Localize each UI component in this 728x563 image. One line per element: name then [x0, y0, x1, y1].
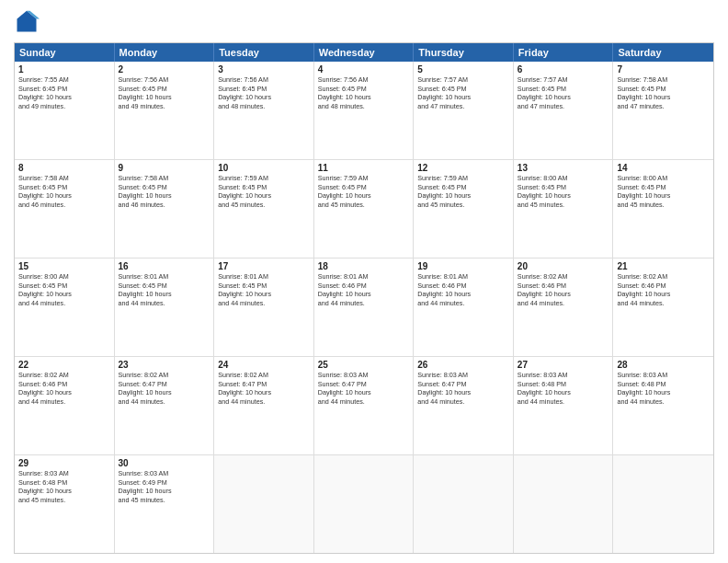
- day-number: 21: [617, 261, 710, 271]
- day-info: Sunrise: 7:56 AM Sunset: 6:45 PM Dayligh…: [218, 75, 310, 111]
- day-info: Sunrise: 8:02 AM Sunset: 6:47 PM Dayligh…: [218, 371, 310, 407]
- day-cell-5: 5Sunrise: 7:57 AM Sunset: 6:45 PM Daylig…: [414, 62, 514, 159]
- day-number: 13: [518, 163, 609, 173]
- calendar-row-1: 8Sunrise: 7:58 AM Sunset: 6:45 PM Daylig…: [15, 159, 713, 258]
- day-info: Sunrise: 8:03 AM Sunset: 6:47 PM Dayligh…: [318, 371, 410, 407]
- header-day-sunday: Sunday: [15, 43, 115, 62]
- calendar-row-3: 22Sunrise: 8:02 AM Sunset: 6:46 PM Dayli…: [15, 356, 713, 454]
- day-cell-26: 26Sunrise: 8:03 AM Sunset: 6:47 PM Dayli…: [414, 357, 514, 454]
- calendar-row-0: 1Sunrise: 7:55 AM Sunset: 6:45 PM Daylig…: [15, 62, 713, 159]
- day-number: 11: [318, 163, 410, 173]
- header-day-thursday: Thursday: [414, 43, 514, 62]
- calendar-row-4: 29Sunrise: 8:03 AM Sunset: 6:48 PM Dayli…: [15, 454, 713, 553]
- day-cell-8: 8Sunrise: 7:58 AM Sunset: 6:45 PM Daylig…: [15, 160, 115, 258]
- logo: [14, 9, 43, 35]
- day-number: 28: [617, 360, 710, 370]
- calendar-header: SundayMondayTuesdayWednesdayThursdayFrid…: [15, 43, 713, 62]
- day-number: 30: [119, 458, 210, 468]
- day-info: Sunrise: 7:57 AM Sunset: 6:45 PM Dayligh…: [417, 75, 509, 111]
- day-cell-25: 25Sunrise: 8:03 AM Sunset: 6:47 PM Dayli…: [314, 357, 415, 454]
- day-info: Sunrise: 8:00 AM Sunset: 6:45 PM Dayligh…: [518, 174, 609, 210]
- day-cell-11: 11Sunrise: 7:59 AM Sunset: 6:45 PM Dayli…: [314, 160, 415, 258]
- day-number: 2: [119, 64, 210, 75]
- empty-cell-4-2: [214, 455, 314, 553]
- day-cell-28: 28Sunrise: 8:03 AM Sunset: 6:48 PM Dayli…: [613, 357, 713, 454]
- day-number: 16: [119, 261, 210, 271]
- day-cell-30: 30Sunrise: 8:03 AM Sunset: 6:49 PM Dayli…: [115, 455, 215, 553]
- day-cell-21: 21Sunrise: 8:02 AM Sunset: 6:46 PM Dayli…: [613, 259, 713, 356]
- day-cell-14: 14Sunrise: 8:00 AM Sunset: 6:45 PM Dayli…: [613, 160, 713, 258]
- day-info: Sunrise: 8:03 AM Sunset: 6:48 PM Dayligh…: [518, 371, 609, 407]
- header-day-friday: Friday: [514, 43, 614, 62]
- day-cell-9: 9Sunrise: 7:58 AM Sunset: 6:45 PM Daylig…: [115, 160, 215, 258]
- day-info: Sunrise: 8:01 AM Sunset: 6:46 PM Dayligh…: [417, 272, 509, 308]
- logo-icon: [14, 9, 40, 35]
- day-cell-16: 16Sunrise: 8:01 AM Sunset: 6:45 PM Dayli…: [115, 259, 215, 356]
- day-number: 29: [18, 458, 110, 468]
- day-number: 18: [318, 261, 410, 271]
- day-info: Sunrise: 7:58 AM Sunset: 6:45 PM Dayligh…: [119, 174, 210, 210]
- day-cell-13: 13Sunrise: 8:00 AM Sunset: 6:45 PM Dayli…: [514, 160, 614, 258]
- day-cell-20: 20Sunrise: 8:02 AM Sunset: 6:46 PM Dayli…: [514, 259, 614, 356]
- day-cell-19: 19Sunrise: 8:01 AM Sunset: 6:46 PM Dayli…: [414, 259, 514, 356]
- day-cell-24: 24Sunrise: 8:02 AM Sunset: 6:47 PM Dayli…: [214, 357, 314, 454]
- day-cell-3: 3Sunrise: 7:56 AM Sunset: 6:45 PM Daylig…: [214, 62, 314, 159]
- day-cell-12: 12Sunrise: 7:59 AM Sunset: 6:45 PM Dayli…: [414, 160, 514, 258]
- day-cell-6: 6Sunrise: 7:57 AM Sunset: 6:45 PM Daylig…: [514, 62, 614, 159]
- day-cell-4: 4Sunrise: 7:56 AM Sunset: 6:45 PM Daylig…: [314, 62, 415, 159]
- day-number: 5: [417, 64, 509, 75]
- day-number: 9: [119, 163, 210, 173]
- empty-cell-4-5: [514, 455, 614, 553]
- day-info: Sunrise: 8:01 AM Sunset: 6:45 PM Dayligh…: [218, 272, 310, 308]
- empty-cell-4-6: [613, 455, 713, 553]
- day-cell-1: 1Sunrise: 7:55 AM Sunset: 6:45 PM Daylig…: [15, 62, 115, 159]
- day-info: Sunrise: 8:00 AM Sunset: 6:45 PM Dayligh…: [18, 272, 110, 308]
- day-info: Sunrise: 8:02 AM Sunset: 6:47 PM Dayligh…: [119, 371, 210, 407]
- day-cell-22: 22Sunrise: 8:02 AM Sunset: 6:46 PM Dayli…: [15, 357, 115, 454]
- day-info: Sunrise: 8:02 AM Sunset: 6:46 PM Dayligh…: [518, 272, 609, 308]
- header-day-monday: Monday: [115, 43, 215, 62]
- day-info: Sunrise: 7:58 AM Sunset: 6:45 PM Dayligh…: [18, 174, 110, 210]
- header: [14, 9, 714, 35]
- day-cell-17: 17Sunrise: 8:01 AM Sunset: 6:45 PM Dayli…: [214, 259, 314, 356]
- day-cell-27: 27Sunrise: 8:03 AM Sunset: 6:48 PM Dayli…: [514, 357, 614, 454]
- day-number: 27: [518, 360, 609, 370]
- day-number: 20: [518, 261, 609, 271]
- calendar-row-2: 15Sunrise: 8:00 AM Sunset: 6:45 PM Dayli…: [15, 258, 713, 356]
- day-number: 7: [617, 64, 710, 75]
- day-number: 14: [617, 163, 710, 173]
- empty-cell-4-3: [314, 455, 415, 553]
- day-number: 12: [417, 163, 509, 173]
- day-number: 26: [417, 360, 509, 370]
- day-number: 10: [218, 163, 310, 173]
- day-info: Sunrise: 8:02 AM Sunset: 6:46 PM Dayligh…: [18, 371, 110, 407]
- day-cell-18: 18Sunrise: 8:01 AM Sunset: 6:46 PM Dayli…: [314, 259, 415, 356]
- day-info: Sunrise: 8:02 AM Sunset: 6:46 PM Dayligh…: [617, 272, 710, 308]
- day-info: Sunrise: 7:59 AM Sunset: 6:45 PM Dayligh…: [218, 174, 310, 210]
- day-number: 15: [18, 261, 110, 271]
- day-cell-15: 15Sunrise: 8:00 AM Sunset: 6:45 PM Dayli…: [15, 259, 115, 356]
- day-number: 4: [318, 64, 410, 75]
- day-number: 17: [218, 261, 310, 271]
- day-cell-10: 10Sunrise: 7:59 AM Sunset: 6:45 PM Dayli…: [214, 160, 314, 258]
- header-day-saturday: Saturday: [613, 43, 713, 62]
- header-day-wednesday: Wednesday: [314, 43, 415, 62]
- day-info: Sunrise: 7:59 AM Sunset: 6:45 PM Dayligh…: [318, 174, 410, 210]
- day-cell-29: 29Sunrise: 8:03 AM Sunset: 6:48 PM Dayli…: [15, 455, 115, 553]
- day-info: Sunrise: 8:03 AM Sunset: 6:47 PM Dayligh…: [417, 371, 509, 407]
- day-cell-7: 7Sunrise: 7:58 AM Sunset: 6:45 PM Daylig…: [613, 62, 713, 159]
- day-number: 24: [218, 360, 310, 370]
- header-day-tuesday: Tuesday: [214, 43, 314, 62]
- day-info: Sunrise: 7:57 AM Sunset: 6:45 PM Dayligh…: [518, 75, 609, 111]
- day-number: 25: [318, 360, 410, 370]
- day-number: 19: [417, 261, 509, 271]
- day-number: 6: [518, 64, 609, 75]
- day-cell-23: 23Sunrise: 8:02 AM Sunset: 6:47 PM Dayli…: [115, 357, 215, 454]
- day-number: 23: [119, 360, 210, 370]
- page: SundayMondayTuesdayWednesdayThursdayFrid…: [0, 0, 728, 563]
- day-info: Sunrise: 8:03 AM Sunset: 6:48 PM Dayligh…: [617, 371, 710, 407]
- day-info: Sunrise: 8:03 AM Sunset: 6:48 PM Dayligh…: [18, 469, 110, 505]
- day-info: Sunrise: 7:56 AM Sunset: 6:45 PM Dayligh…: [119, 75, 210, 111]
- day-info: Sunrise: 7:56 AM Sunset: 6:45 PM Dayligh…: [318, 75, 410, 111]
- day-number: 1: [18, 64, 110, 75]
